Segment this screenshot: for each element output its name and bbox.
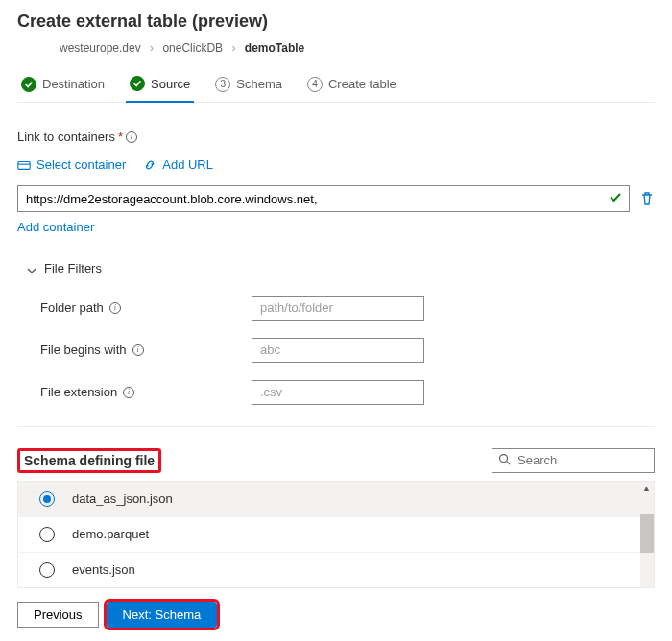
- file-name: demo.parquet: [72, 527, 149, 541]
- scrollbar-thumb[interactable]: [640, 514, 654, 553]
- file-name: events.json: [72, 562, 135, 577]
- link-icon: [143, 158, 156, 172]
- add-container-link[interactable]: Add container: [17, 220, 94, 234]
- svg-point-1: [500, 454, 508, 462]
- chevron-right-icon: ›: [231, 41, 235, 55]
- scroll-up-icon[interactable]: ▲: [642, 484, 651, 493]
- step-destination[interactable]: Destination: [17, 69, 108, 102]
- required-asterisk: *: [118, 130, 123, 144]
- page-title: Create external table (preview): [17, 12, 655, 32]
- next-schema-button[interactable]: Next: Schema: [107, 602, 218, 628]
- file-name: data_as_json.json: [72, 491, 173, 506]
- info-icon[interactable]: [123, 387, 134, 398]
- step-number-icon: 4: [307, 77, 323, 92]
- svg-rect-0: [18, 161, 30, 169]
- wizard-stepper: Destination Source 3 Schema 4 Create tab…: [17, 68, 655, 103]
- breadcrumb: westeurope.dev › oneClickDB › demoTable: [60, 41, 655, 55]
- radio-button[interactable]: [39, 562, 55, 578]
- checkmark-icon: [609, 191, 622, 207]
- add-url-link[interactable]: Add URL: [143, 157, 213, 172]
- checkmark-icon: [130, 76, 145, 91]
- step-label: Schema: [236, 77, 282, 91]
- schema-defining-file-title: Schema defining file: [17, 448, 161, 473]
- folder-path-input[interactable]: [252, 296, 424, 320]
- delete-icon[interactable]: [639, 191, 655, 206]
- select-container-link[interactable]: Select container: [17, 157, 126, 172]
- file-row[interactable]: demo.parquet: [18, 516, 654, 552]
- breadcrumb-table: demoTable: [245, 41, 304, 55]
- chevron-right-icon: ›: [150, 41, 154, 55]
- container-url-input[interactable]: [17, 185, 630, 212]
- radio-button[interactable]: [39, 491, 55, 507]
- file-begins-with-label: File begins with: [40, 343, 252, 357]
- folder-path-label: Folder path: [40, 300, 252, 315]
- previous-button[interactable]: Previous: [17, 602, 99, 628]
- file-extension-input[interactable]: [252, 380, 424, 405]
- file-row[interactable]: data_as_json.json: [18, 482, 654, 516]
- step-number-icon: 3: [215, 77, 230, 92]
- step-label: Destination: [42, 77, 105, 91]
- step-source[interactable]: Source: [126, 68, 194, 103]
- file-begins-with-input[interactable]: [252, 338, 424, 363]
- radio-button[interactable]: [39, 527, 55, 542]
- info-icon[interactable]: [109, 302, 121, 314]
- containers-section-label: Link to containers *: [17, 130, 137, 144]
- file-filters-toggle[interactable]: File Filters: [27, 261, 102, 275]
- step-label: Create table: [328, 77, 396, 91]
- file-filters-label: File Filters: [44, 261, 102, 275]
- chevron-down-icon: [27, 264, 36, 273]
- container-icon: [17, 158, 31, 172]
- search-icon: [498, 453, 511, 468]
- scrollbar[interactable]: ▲: [640, 482, 654, 587]
- info-icon[interactable]: [126, 131, 137, 143]
- breadcrumb-db[interactable]: oneClickDB: [162, 41, 223, 55]
- step-create-table[interactable]: 4 Create table: [303, 69, 400, 102]
- checkmark-icon: [21, 77, 36, 92]
- breadcrumb-root[interactable]: westeurope.dev: [60, 41, 141, 55]
- file-row[interactable]: events.json: [18, 552, 654, 587]
- divider: [17, 426, 655, 427]
- info-icon[interactable]: [132, 344, 144, 356]
- step-label: Source: [151, 77, 190, 91]
- schema-file-list: data_as_json.json demo.parquet events.js…: [17, 481, 655, 588]
- step-schema[interactable]: 3 Schema: [211, 69, 286, 102]
- search-input[interactable]: [492, 448, 655, 473]
- file-extension-label: File extension: [40, 385, 252, 399]
